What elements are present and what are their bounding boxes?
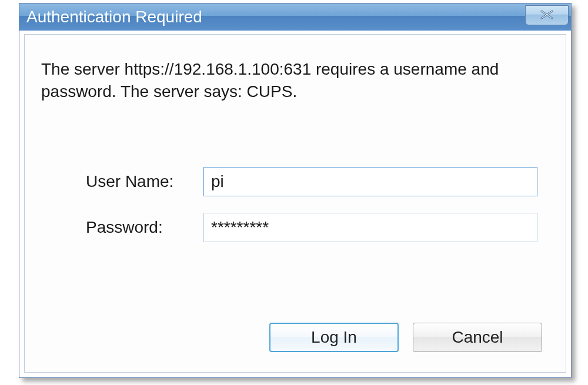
password-label: Password: bbox=[86, 218, 203, 237]
login-button[interactable]: Log In bbox=[269, 323, 399, 352]
password-input[interactable] bbox=[203, 213, 537, 242]
dialog-buttons: Log In Cancel bbox=[269, 323, 542, 352]
authentication-dialog: Authentication Required The server https… bbox=[19, 3, 572, 378]
close-icon bbox=[538, 6, 556, 25]
username-label: User Name: bbox=[86, 172, 203, 191]
credentials-form: User Name: Password: bbox=[86, 167, 537, 259]
username-input[interactable] bbox=[203, 167, 537, 196]
titlebar: Authentication Required bbox=[19, 4, 571, 31]
username-row: User Name: bbox=[86, 167, 537, 196]
dialog-title: Authentication Required bbox=[26, 4, 202, 31]
dialog-body: The server https://192.168.1.100:631 req… bbox=[24, 34, 566, 373]
close-button[interactable] bbox=[525, 5, 569, 25]
password-row: Password: bbox=[86, 213, 537, 242]
auth-message: The server https://192.168.1.100:631 req… bbox=[41, 58, 544, 103]
cancel-button[interactable]: Cancel bbox=[413, 323, 542, 352]
